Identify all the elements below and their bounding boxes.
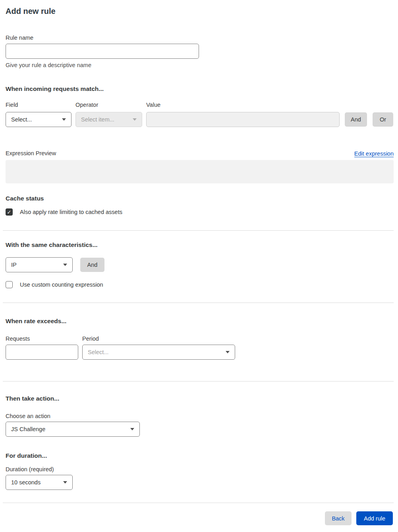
action-section-title: Then take action... bbox=[6, 394, 394, 403]
characteristics-section-title: With the same characteristics... bbox=[6, 241, 394, 249]
back-button[interactable]: Back bbox=[325, 511, 352, 525]
operator-select-value: Select item... bbox=[81, 116, 114, 123]
requests-input[interactable] bbox=[6, 345, 78, 360]
operator-label: Operator bbox=[75, 101, 146, 109]
custom-counting-checkbox-label: Use custom counting expression bbox=[20, 281, 103, 288]
period-select-value: Select... bbox=[88, 349, 108, 355]
rule-name-input[interactable] bbox=[6, 44, 199, 59]
cached-assets-checkbox-label: Also apply rate limiting to cached asset… bbox=[20, 209, 122, 215]
field-select-value: Select... bbox=[11, 116, 32, 123]
cache-status-checkbox-row: ✓ Also apply rate limiting to cached ass… bbox=[6, 208, 394, 216]
field-select[interactable]: Select... bbox=[6, 112, 71, 127]
rule-name-helper: Give your rule a descriptive name bbox=[6, 61, 394, 69]
operator-select: Select item... bbox=[75, 112, 142, 127]
field-label: Field bbox=[6, 101, 75, 109]
duration-label: Duration (required) bbox=[6, 465, 394, 473]
chevron-down-icon bbox=[63, 264, 67, 266]
match-section-title: When incoming requests match... bbox=[6, 85, 394, 93]
section-divider bbox=[3, 303, 394, 303]
add-rule-button[interactable]: Add rule bbox=[356, 511, 393, 525]
value-input bbox=[146, 112, 340, 127]
and-button[interactable]: And bbox=[345, 112, 367, 127]
add-rule-form: Add new rule Rule name Give your rule a … bbox=[0, 6, 398, 532]
value-label: Value bbox=[146, 101, 160, 109]
duration-select[interactable]: 10 seconds bbox=[6, 475, 73, 490]
expression-preview-box bbox=[6, 160, 394, 183]
or-button[interactable]: Or bbox=[373, 112, 393, 127]
chevron-down-icon bbox=[133, 118, 137, 121]
footer-divider bbox=[3, 503, 394, 503]
period-select[interactable]: Select... bbox=[82, 345, 235, 360]
check-icon: ✓ bbox=[7, 210, 12, 215]
action-select[interactable]: JS Challenge bbox=[6, 422, 140, 437]
duration-section-title: For duration... bbox=[6, 451, 394, 460]
choose-action-label: Choose an action bbox=[6, 412, 394, 420]
chevron-down-icon bbox=[63, 481, 67, 484]
characteristic-select-value: IP bbox=[11, 262, 17, 268]
page-title: Add new rule bbox=[6, 6, 394, 17]
rate-section-title: When rate exceeds... bbox=[6, 317, 394, 326]
expression-preview-label: Expression Preview bbox=[6, 149, 56, 157]
chevron-down-icon bbox=[62, 118, 66, 121]
custom-counting-checkbox[interactable] bbox=[6, 281, 13, 288]
chevron-down-icon bbox=[130, 428, 134, 430]
characteristic-select[interactable]: IP bbox=[6, 257, 73, 272]
characteristics-and-button[interactable]: And bbox=[80, 258, 104, 272]
edit-expression-link[interactable]: Edit expression bbox=[354, 150, 394, 157]
section-divider bbox=[3, 230, 394, 231]
rule-name-label: Rule name bbox=[6, 34, 394, 42]
cached-assets-checkbox[interactable]: ✓ bbox=[6, 208, 13, 216]
duration-select-value: 10 seconds bbox=[11, 479, 41, 486]
chevron-down-icon bbox=[226, 351, 230, 353]
action-select-value: JS Challenge bbox=[11, 426, 45, 432]
requests-label: Requests bbox=[6, 335, 82, 343]
footer-actions: Back Add rule bbox=[6, 511, 394, 525]
counting-expression-row: Use custom counting expression bbox=[6, 281, 394, 288]
cache-status-title: Cache status bbox=[6, 194, 394, 203]
section-divider bbox=[3, 381, 394, 382]
period-label: Period bbox=[82, 335, 99, 343]
